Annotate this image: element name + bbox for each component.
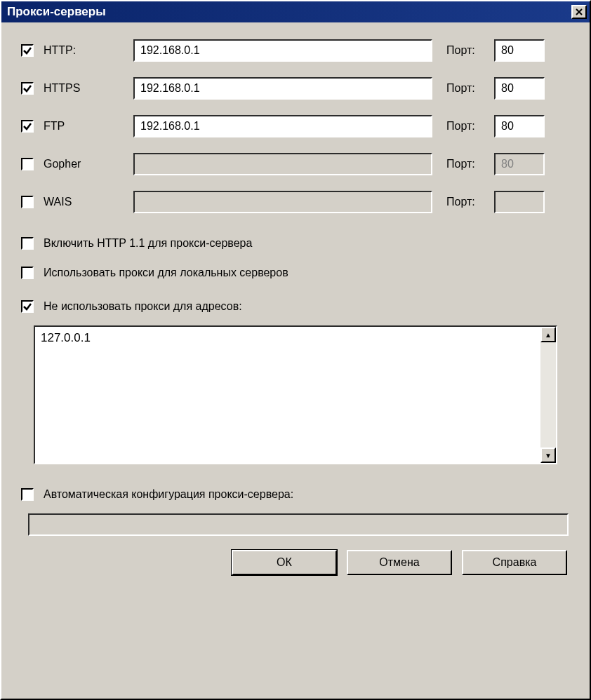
titlebar: Прокси-серверы [1,1,590,22]
ftp-checkbox[interactable] [21,120,34,133]
no-proxy-list-wrap: ▲ ▼ [34,325,557,464]
no-proxy-textarea[interactable] [35,327,540,463]
ftp-port-input[interactable] [494,115,545,137]
gopher-host-input[interactable] [133,153,432,175]
gopher-port-input[interactable] [494,153,545,175]
cancel-button[interactable]: Отмена [347,550,452,575]
https-label: HTTPS [44,82,80,95]
scroll-up-icon[interactable]: ▲ [540,327,556,342]
no-proxy-label: Не использовать прокси для адресов: [44,300,242,313]
proxy-dialog: Прокси-серверы HTTP: Порт: [0,0,591,700]
window-title: Прокси-серверы [7,5,571,19]
wais-label: WAIS [44,196,72,208]
help-button[interactable]: Справка [462,550,567,575]
scroll-track[interactable] [540,342,556,447]
http11-row: Включить HTTP 1.1 для прокси-сервера [21,237,570,250]
proxy-row-gopher: Gopher Порт: [21,153,570,175]
http-checkbox[interactable] [21,44,34,57]
http-port-label: Порт: [446,44,494,57]
http-label: HTTP: [44,44,76,57]
ftp-label: FTP [44,120,65,133]
wais-port-input[interactable] [494,191,545,213]
auto-config-row: Автоматическая конфигурация прокси-серве… [21,488,570,501]
proxy-row-https: HTTPS Порт: [21,77,570,100]
https-port-label: Порт: [446,82,494,95]
https-port-input[interactable] [494,77,545,100]
http11-label: Включить HTTP 1.1 для прокси-сервера [44,237,252,250]
proxy-row-ftp: FTP Порт: [21,115,570,137]
no-proxy-checkbox[interactable] [21,300,34,313]
scrollbar[interactable]: ▲ ▼ [540,327,556,463]
proxy-row-wais: WAIS Порт: [21,191,570,213]
button-bar: ОК Отмена Справка [21,550,570,575]
options-block: Включить HTTP 1.1 для прокси-сервера Исп… [21,237,570,279]
wais-host-input[interactable] [133,191,432,213]
http-port-input[interactable] [494,39,545,62]
http-host-input[interactable] [133,39,432,62]
gopher-checkbox[interactable] [21,158,34,170]
proxy-row-http: HTTP: Порт: [21,39,570,62]
proxy-rows: HTTP: Порт: HTTPS Порт: [21,39,570,213]
https-host-input[interactable] [133,77,432,100]
https-checkbox[interactable] [21,82,34,95]
use-local-label: Использовать прокси для локальных сервер… [44,267,288,279]
ftp-host-input[interactable] [133,115,432,137]
wais-port-label: Порт: [446,196,494,208]
gopher-label: Gopher [44,158,81,170]
close-button[interactable] [571,5,587,19]
use-local-row: Использовать прокси для локальных сервер… [21,267,570,279]
wais-checkbox[interactable] [21,196,34,208]
auto-config-url-input[interactable] [28,513,569,536]
auto-config-label: Автоматическая конфигурация прокси-серве… [44,488,293,501]
auto-config-checkbox[interactable] [21,488,34,501]
ftp-port-label: Порт: [446,120,494,133]
http11-checkbox[interactable] [21,237,34,250]
gopher-port-label: Порт: [446,158,494,170]
use-local-checkbox[interactable] [21,267,34,279]
ok-button[interactable]: ОК [232,550,337,575]
scroll-down-icon[interactable]: ▼ [540,447,556,463]
dialog-content: HTTP: Порт: HTTPS Порт: [1,22,590,699]
no-proxy-row: Не использовать прокси для адресов: [21,300,570,313]
